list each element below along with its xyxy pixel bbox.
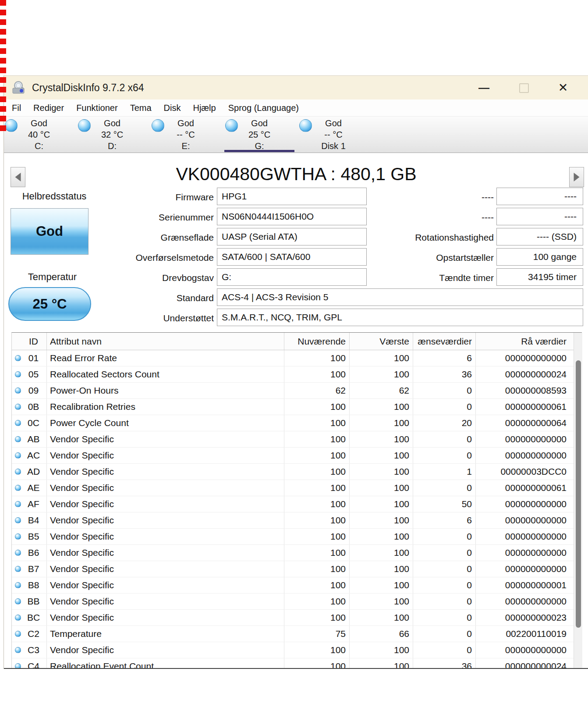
- column-divider: [349, 512, 350, 528]
- window-title: CrystalDiskInfo 9.7.2 x64: [32, 76, 144, 100]
- cell-value: 000000000024: [475, 658, 574, 669]
- cell-value: 0: [413, 577, 475, 594]
- field-label-2: Grænseflade: [70, 228, 214, 247]
- cell-value: 100: [284, 594, 349, 610]
- cell-value: 100: [284, 658, 349, 669]
- table-row-01[interactable]: 01Read Error Rate1001006000000000000: [12, 350, 574, 366]
- column-divider: [46, 626, 47, 642]
- table-row-0B[interactable]: 0BRecalibration Retries10010000000000000…: [12, 399, 574, 415]
- drive-tab-e[interactable]: God-- °CE:: [151, 117, 221, 153]
- minimize-button[interactable]: —: [474, 76, 494, 100]
- row-health-orb-icon: [15, 533, 21, 540]
- drive-tab-c[interactable]: God40 °CC:: [4, 117, 74, 153]
- table-row-AD[interactable]: ADVendor Specific100100100000003DCC0: [12, 464, 574, 480]
- drive-tab-disk1[interactable]: God-- °CDisk 1: [298, 117, 368, 153]
- field-label-right-0: ----: [354, 188, 494, 206]
- table-row-B5[interactable]: B5Vendor Specific1001000000000000000: [12, 529, 574, 545]
- cell-attribute-name: Vendor Specific: [46, 545, 284, 561]
- column-divider: [46, 464, 47, 480]
- red-dash-mark: [0, 39, 6, 44]
- field-label-right-2: Rotationshastighed: [354, 228, 494, 247]
- close-button[interactable]: ✕: [553, 76, 573, 100]
- cell-id: B6: [21, 545, 46, 561]
- table-row-C3[interactable]: C3Vendor Specific1001000000000000000: [12, 642, 574, 658]
- menu-bar: FilRedigerFunktionerTemaDiskHjælpSprog (…: [4, 100, 588, 116]
- menu-item-hj-lp[interactable]: Hjælp: [187, 100, 222, 116]
- menu-item-fil[interactable]: Fil: [6, 100, 27, 116]
- menu-item-rediger[interactable]: Rediger: [27, 100, 70, 116]
- field-value-firmware: HPG1: [217, 188, 367, 205]
- table-row-C4[interactable]: C4Reallocation Event Count10010036000000…: [12, 658, 574, 669]
- column-divider: [46, 545, 47, 561]
- cell-value: 100: [284, 431, 349, 448]
- table-row-AB[interactable]: ABVendor Specific1001000000000000000: [12, 431, 574, 448]
- column-divider: [413, 658, 413, 669]
- header-4: ænseværdier: [413, 333, 475, 350]
- column-divider: [475, 431, 476, 447]
- menu-item-disk[interactable]: Disk: [158, 100, 187, 116]
- cell-attribute-name: Reallocated Sectors Count: [46, 366, 284, 383]
- menu-item-tema[interactable]: Tema: [124, 100, 158, 116]
- column-divider: [284, 594, 284, 609]
- cell-id: BB: [21, 594, 46, 610]
- table-row-B6[interactable]: B6Vendor Specific1001000000000000000: [12, 545, 574, 561]
- menu-item-sprog-language-[interactable]: Sprog (Language): [222, 100, 305, 116]
- vertical-scrollbar[interactable]: [574, 333, 582, 669]
- red-dash-mark: [0, 77, 6, 83]
- row-health-orb-icon: [15, 387, 21, 394]
- column-divider: [46, 642, 47, 658]
- table-row-05[interactable]: 05Reallocated Sectors Count1001003600000…: [12, 366, 574, 383]
- table-row-AC[interactable]: ACVendor Specific1001000000000000000: [12, 448, 574, 464]
- cell-value: 100: [349, 529, 413, 545]
- table-row-AE[interactable]: AEVendor Specific1001000000000000061: [12, 480, 574, 496]
- cell-value: 6: [413, 512, 475, 529]
- next-drive-button[interactable]: [569, 167, 584, 187]
- table-row-C2[interactable]: C2Temperature75660002200110019: [12, 626, 574, 642]
- column-divider: [284, 448, 284, 463]
- cell-value: 100: [284, 496, 349, 512]
- drive-tab-g[interactable]: God25 °CG:: [224, 117, 294, 153]
- row-health-orb-icon: [15, 566, 21, 572]
- menu-item-funktioner[interactable]: Funktioner: [70, 100, 124, 116]
- table-row-AF[interactable]: AFVendor Specific10010050000000000000: [12, 496, 574, 512]
- column-divider: [475, 350, 476, 366]
- column-divider: [349, 366, 350, 382]
- cell-value: 002200110019: [475, 626, 574, 642]
- column-divider: [46, 529, 47, 544]
- table-row-B8[interactable]: B8Vendor Specific1001000000000000001: [12, 577, 574, 594]
- column-divider: [349, 545, 350, 561]
- column-divider: [349, 431, 350, 447]
- drive-tab-bar: God40 °CC:God32 °CD:God-- °CE:God25 °CG:…: [4, 116, 588, 153]
- cell-value: 0: [413, 561, 475, 577]
- scrollbar-thumb[interactable]: [576, 360, 581, 628]
- red-dash-mark: [0, 125, 6, 131]
- cell-id: B7: [21, 561, 46, 577]
- cell-value: 6: [413, 350, 475, 366]
- column-divider: [284, 350, 284, 366]
- row-health-orb-icon: [15, 517, 21, 523]
- cell-attribute-name: Power Cycle Count: [46, 415, 284, 431]
- table-row-B4[interactable]: B4Vendor Specific1001006000000000000: [12, 512, 574, 529]
- table-row-B7[interactable]: B7Vendor Specific1001000000000000000: [12, 561, 574, 577]
- maximize-button[interactable]: [514, 76, 534, 100]
- cell-value: 100: [349, 464, 413, 480]
- row-health-orb-icon: [15, 371, 21, 377]
- drive-tab-text: God40 °CC:: [4, 117, 74, 152]
- previous-drive-button[interactable]: [11, 167, 25, 187]
- table-row-BB[interactable]: BBVendor Specific1001000000000000000: [12, 594, 574, 610]
- field-value-underst-ttet: S.M.A.R.T., NCQ, TRIM, GPL: [217, 309, 583, 326]
- cell-id: AB: [21, 431, 46, 448]
- selected-tab-underline: [224, 150, 294, 152]
- cell-attribute-name: Read Error Rate: [46, 350, 284, 366]
- table-row-09[interactable]: 09Power-On Hours62620000000008593: [12, 383, 574, 399]
- column-divider: [284, 399, 284, 415]
- cell-attribute-name: Vendor Specific: [46, 610, 284, 626]
- table-row-BC[interactable]: BCVendor Specific1001000000000000023: [12, 610, 574, 626]
- cell-value: 100: [349, 448, 413, 464]
- cell-value: 100: [349, 431, 413, 448]
- table-row-0C[interactable]: 0CPower Cycle Count10010020000000000064: [12, 415, 574, 431]
- column-divider: [413, 480, 413, 496]
- cell-value: 100: [349, 496, 413, 512]
- drive-tab-d[interactable]: God32 °CD:: [77, 117, 147, 153]
- cell-value: 100: [284, 448, 349, 464]
